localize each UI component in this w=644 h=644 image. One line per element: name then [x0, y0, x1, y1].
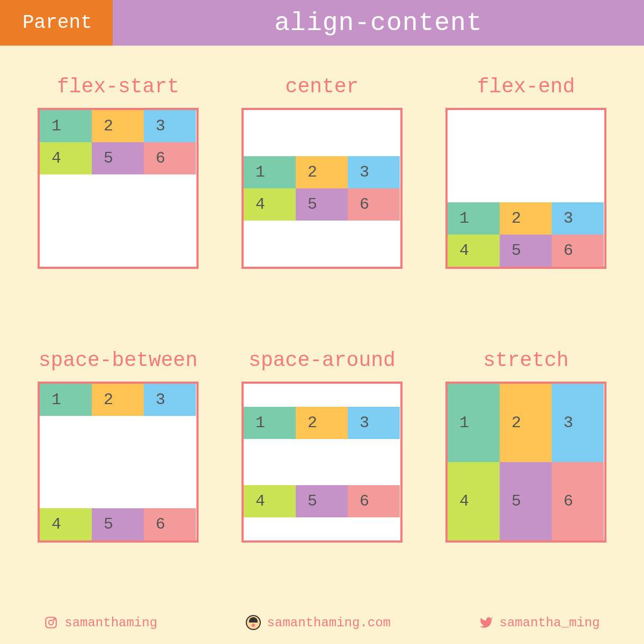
- svg-point-1: [49, 620, 54, 625]
- example-flex-start: flex-start123456: [30, 75, 207, 317]
- flex-item-5: 5: [92, 508, 144, 540]
- flex-item-3: 3: [144, 384, 196, 416]
- flex-item-3: 3: [348, 407, 400, 439]
- flex-item-2: 2: [500, 202, 552, 235]
- header: Parent align-content: [0, 0, 644, 46]
- examples-grid: flex-start123456center123456flex-end1234…: [0, 46, 644, 601]
- instagram-icon: [44, 616, 58, 630]
- flex-item-1: 1: [40, 384, 92, 416]
- flex-item-3: 3: [144, 110, 196, 142]
- twitter-icon: [479, 616, 493, 630]
- example-space-between: space-between123456: [30, 349, 207, 590]
- example-title: center: [286, 75, 359, 98]
- example-title: flex-end: [477, 75, 575, 98]
- website-link[interactable]: samanthaming.com: [246, 615, 391, 630]
- example-stretch: stretch123456: [437, 349, 614, 590]
- flex-item-5: 5: [296, 485, 348, 517]
- flex-item-5: 5: [296, 188, 348, 221]
- flex-item-2: 2: [296, 407, 348, 439]
- website-url: samanthaming.com: [267, 616, 391, 630]
- flex-item-3: 3: [552, 384, 604, 462]
- flex-container: 123456: [241, 108, 402, 269]
- flex-item-6: 6: [144, 508, 196, 540]
- example-center: center123456: [233, 75, 411, 317]
- flex-container: 123456: [445, 108, 606, 269]
- example-flex-end: flex-end123456: [437, 75, 614, 317]
- flex-item-1: 1: [244, 407, 296, 439]
- avatar-icon: [246, 615, 261, 630]
- flex-container: 123456: [38, 108, 199, 269]
- twitter-link[interactable]: samantha_ming: [479, 616, 600, 630]
- flex-item-6: 6: [552, 235, 604, 267]
- page-title: align-content: [113, 0, 644, 46]
- example-title: space-around: [248, 349, 396, 372]
- flex-item-2: 2: [92, 384, 144, 416]
- flex-item-1: 1: [448, 202, 500, 235]
- instagram-link[interactable]: samanthaming: [44, 616, 157, 630]
- flex-container: 123456: [38, 382, 199, 543]
- flex-item-2: 2: [92, 110, 144, 142]
- flex-container: 123456: [445, 382, 606, 543]
- flex-item-4: 4: [448, 462, 500, 540]
- footer: samanthaming samanthaming.com samantha_m…: [0, 601, 644, 644]
- example-title: flex-start: [57, 75, 179, 98]
- flex-item-6: 6: [552, 462, 604, 540]
- flex-item-4: 4: [448, 235, 500, 267]
- header-badge: Parent: [0, 0, 113, 46]
- flex-item-5: 5: [500, 462, 552, 540]
- flex-item-5: 5: [500, 235, 552, 267]
- flex-item-3: 3: [348, 156, 400, 188]
- flex-item-4: 4: [244, 485, 296, 517]
- flex-container: 123456: [241, 382, 402, 543]
- instagram-handle: samanthaming: [64, 616, 157, 630]
- flex-item-6: 6: [348, 485, 400, 517]
- example-title: space-between: [39, 349, 197, 372]
- flex-item-5: 5: [92, 142, 144, 174]
- flex-item-2: 2: [500, 384, 552, 462]
- flex-item-6: 6: [144, 142, 196, 174]
- flex-item-1: 1: [40, 110, 92, 142]
- example-title: stretch: [483, 349, 569, 372]
- flex-item-4: 4: [40, 142, 92, 174]
- flex-item-6: 6: [348, 188, 400, 221]
- svg-point-2: [54, 619, 55, 620]
- flex-item-2: 2: [296, 156, 348, 188]
- example-space-around: space-around123456: [233, 349, 411, 590]
- flex-item-3: 3: [552, 202, 604, 235]
- twitter-handle: samantha_ming: [500, 616, 600, 630]
- flex-item-1: 1: [448, 384, 500, 462]
- flex-item-1: 1: [244, 156, 296, 188]
- flex-item-4: 4: [40, 508, 92, 540]
- flex-item-4: 4: [244, 188, 296, 221]
